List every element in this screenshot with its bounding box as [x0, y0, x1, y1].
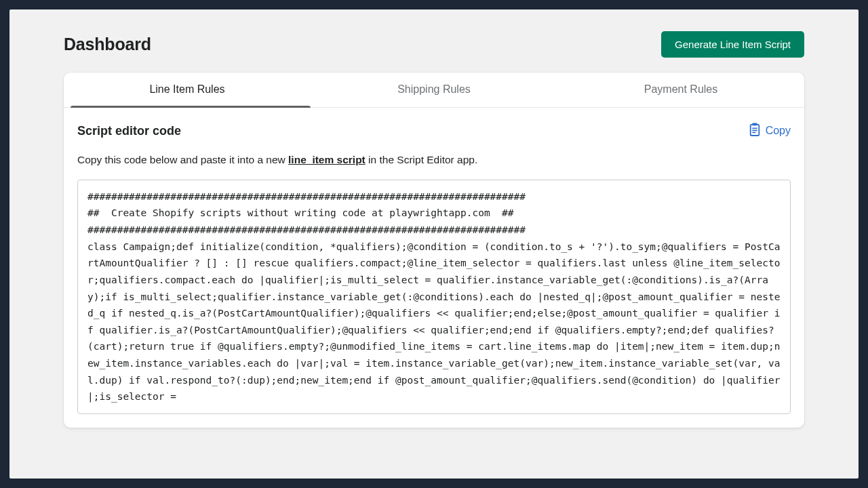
line-item-script-link[interactable]: line_item script [288, 154, 366, 165]
code-block[interactable]: ########################################… [77, 180, 791, 414]
main-card: Line Item Rules Shipping Rules Payment R… [64, 73, 804, 428]
clipboard-icon [749, 123, 761, 139]
page-title: Dashboard [64, 35, 151, 54]
tab-line-item-rules[interactable]: Line Item Rules [64, 73, 311, 107]
generate-script-button[interactable]: Generate Line Item Script [661, 31, 804, 58]
copy-button[interactable]: Copy [749, 123, 791, 139]
tab-shipping-rules[interactable]: Shipping Rules [311, 73, 557, 107]
tabs-container: Line Item Rules Shipping Rules Payment R… [64, 73, 804, 108]
instruction-text: Copy this code below and paste it into a… [77, 152, 791, 167]
section-title: Script editor code [77, 124, 181, 138]
copy-label: Copy [766, 125, 791, 137]
tab-payment-rules[interactable]: Payment Rules [557, 73, 804, 107]
svg-rect-1 [752, 123, 757, 126]
